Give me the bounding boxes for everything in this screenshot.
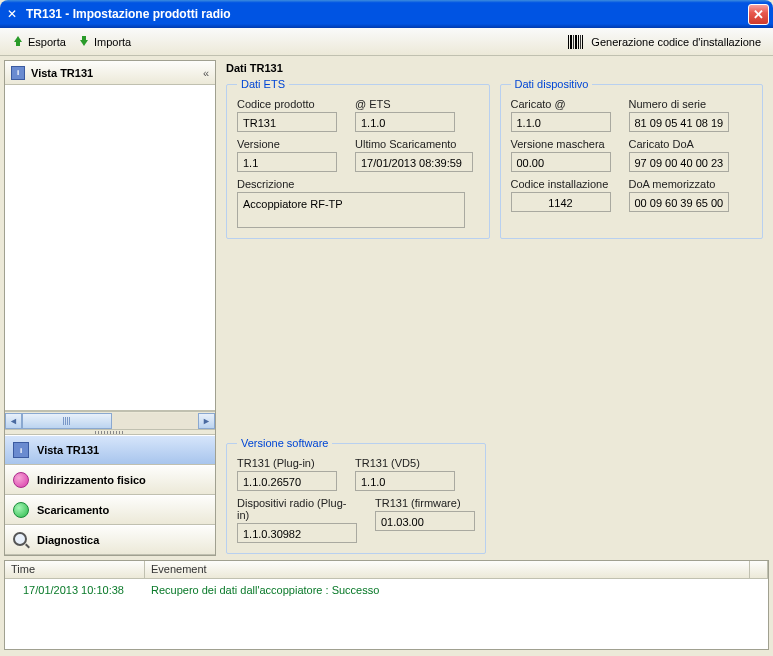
- last-download-value: 17/01/2013 08:39:59: [355, 152, 473, 172]
- sidebar-hscrollbar[interactable]: ◄ ►: [5, 411, 215, 429]
- serial-value: 81 09 05 41 08 19: [629, 112, 730, 132]
- scroll-thumb[interactable]: [22, 413, 112, 429]
- log-col-spacer: [750, 561, 768, 578]
- scroll-track[interactable]: [22, 413, 198, 429]
- scroll-left-button[interactable]: ◄: [5, 413, 22, 429]
- version-label: Versione: [237, 138, 337, 150]
- log-event: Recupero dei dati dall'accoppiatore : Su…: [145, 582, 768, 598]
- export-icon: [12, 36, 24, 48]
- device-group: Dati dispositivo Caricato @ 1.1.0 Numero…: [500, 78, 764, 239]
- ets-group: Dati ETS Codice prodotto TR131 @ ETS 1.1…: [226, 78, 490, 239]
- nav-label: Diagnostica: [37, 534, 99, 546]
- loaded-at-label: Caricato @: [511, 98, 611, 110]
- doa-loaded-label: Caricato DoA: [629, 138, 730, 150]
- nav-label: Scaricamento: [37, 504, 109, 516]
- nav-diagnostica[interactable]: Diagnostica: [5, 525, 215, 555]
- doa-loaded-value: 97 09 00 40 00 23: [629, 152, 730, 172]
- software-group: Versione software TR131 (Plug-in) 1.1.0.…: [226, 437, 486, 554]
- gen-code-label: Generazione codice d'installazione: [591, 36, 761, 48]
- log-header: Time Evenement: [5, 561, 768, 579]
- at-ets-label: @ ETS: [355, 98, 455, 110]
- diagnostics-icon: [13, 532, 29, 548]
- import-icon: [78, 36, 90, 48]
- doa-stored-label: DoA memorizzato: [629, 178, 730, 190]
- view-icon: i: [13, 442, 29, 458]
- loaded-at-value: 1.1.0: [511, 112, 611, 132]
- doa-stored-value: 00 09 60 39 65 00: [629, 192, 730, 212]
- plugin-value: 1.1.0.26570: [237, 471, 337, 491]
- sidebar-tree[interactable]: [5, 85, 215, 411]
- sidebar: i Vista TR131 « ◄ ► i Vista TR131 Indiri…: [4, 60, 216, 556]
- radio-plugin-label: Dispositivi radio (Plug-in): [237, 497, 357, 521]
- toolbar: Esporta Importa Generazione codice d'ins…: [0, 28, 773, 56]
- export-button[interactable]: Esporta: [6, 33, 72, 51]
- log-body[interactable]: 17/01/2013 10:10:38 Recupero dei dati da…: [5, 579, 768, 649]
- mask-value: 00.00: [511, 152, 611, 172]
- log-col-event[interactable]: Evenement: [145, 561, 750, 578]
- nav-vista-tr131[interactable]: i Vista TR131: [5, 435, 215, 465]
- sidebar-header-label: Vista TR131: [31, 67, 93, 79]
- at-ets-value: 1.1.0: [355, 112, 455, 132]
- log-row[interactable]: 17/01/2013 10:10:38 Recupero dei dati da…: [5, 582, 768, 598]
- barcode-icon: [568, 35, 583, 49]
- import-label: Importa: [94, 36, 131, 48]
- close-button[interactable]: ✕: [748, 4, 769, 25]
- sidebar-collapse-button[interactable]: «: [203, 67, 209, 79]
- main-panel: Dati TR131 Dati ETS Codice prodotto TR13…: [220, 60, 769, 556]
- log-col-time[interactable]: Time: [5, 561, 145, 578]
- log-time: 17/01/2013 10:10:38: [5, 582, 145, 598]
- import-button[interactable]: Importa: [72, 33, 137, 51]
- nav-indirizzamento-fisico[interactable]: Indirizzamento fisico: [5, 465, 215, 495]
- vd5-label: TR131 (VD5): [355, 457, 455, 469]
- device-legend: Dati dispositivo: [511, 78, 593, 90]
- page-title: Dati TR131: [226, 62, 763, 74]
- description-value: Accoppiatore RF-TP: [237, 192, 465, 228]
- firmware-label: TR131 (firmware): [375, 497, 475, 509]
- last-download-label: Ultimo Scaricamento: [355, 138, 473, 150]
- product-code-value: TR131: [237, 112, 337, 132]
- product-code-label: Codice prodotto: [237, 98, 337, 110]
- mask-label: Versione maschera: [511, 138, 611, 150]
- view-icon: i: [11, 66, 25, 80]
- titlebar: ✕ TR131 - Impostazione prodotti radio ✕: [0, 0, 773, 28]
- download-icon: [13, 502, 29, 518]
- ets-legend: Dati ETS: [237, 78, 289, 90]
- nav-label: Indirizzamento fisico: [37, 474, 146, 486]
- scroll-right-button[interactable]: ►: [198, 413, 215, 429]
- vd5-value: 1.1.0: [355, 471, 455, 491]
- plugin-label: TR131 (Plug-in): [237, 457, 337, 469]
- sidebar-header: i Vista TR131 «: [5, 61, 215, 85]
- install-code-value: 1142: [511, 192, 611, 212]
- nav-scaricamento[interactable]: Scaricamento: [5, 495, 215, 525]
- export-label: Esporta: [28, 36, 66, 48]
- nav-label: Vista TR131: [37, 444, 99, 456]
- description-label: Descrizione: [237, 178, 479, 190]
- window-title: TR131 - Impostazione prodotti radio: [26, 7, 748, 21]
- software-legend: Versione software: [237, 437, 332, 449]
- generate-install-code-button[interactable]: Generazione codice d'installazione: [562, 32, 767, 52]
- addressing-icon: [13, 472, 29, 488]
- firmware-value: 01.03.00: [375, 511, 475, 531]
- install-code-label: Codice installazione: [511, 178, 611, 190]
- serial-label: Numero di serie: [629, 98, 730, 110]
- version-value: 1.1: [237, 152, 337, 172]
- log-panel: Time Evenement 17/01/2013 10:10:38 Recup…: [4, 560, 769, 650]
- app-icon: ✕: [4, 6, 20, 22]
- radio-plugin-value: 1.1.0.30982: [237, 523, 357, 543]
